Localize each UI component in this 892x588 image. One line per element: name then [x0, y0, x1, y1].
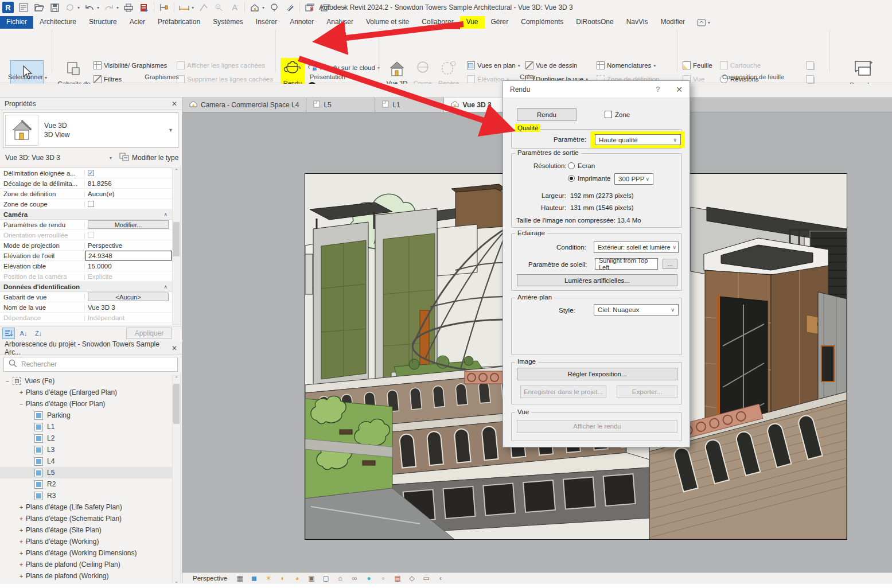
export-button[interactable]: Exporter...	[617, 385, 677, 398]
tree-item[interactable]: R3	[0, 490, 172, 501]
tree-item[interactable]: L2	[0, 433, 172, 444]
ribbon-tab-structure[interactable]: Structure	[83, 16, 123, 29]
pin-measure-icon[interactable]	[158, 2, 170, 13]
dialog-help-icon[interactable]: ?	[656, 85, 660, 94]
expand-plus-icon[interactable]: +	[18, 550, 24, 556]
save-icon[interactable]	[49, 2, 60, 13]
type-dropdown-caret[interactable]: ▼	[168, 127, 173, 133]
locked-orientation-icon[interactable]: ⌂	[336, 574, 345, 582]
crop-visibility-icon[interactable]: ▢	[321, 574, 330, 582]
bg-style-dropdown[interactable]: Ciel: Nuageux∨	[594, 304, 679, 316]
crop-view-icon[interactable]: ▣	[307, 574, 316, 582]
properties-scrollbar[interactable]: ⌃	[172, 168, 181, 325]
tree-item[interactable]: +Plans de plafond (Working)	[0, 570, 172, 582]
thin-lines-icon[interactable]	[284, 2, 295, 13]
sun-setting-value[interactable]: Sunlight from Top Left	[595, 258, 658, 270]
view-tab-l5[interactable]: L5	[306, 98, 375, 112]
tree-item[interactable]: −Plans d'étage (Floor Plan)	[0, 398, 172, 410]
expand-plus-icon[interactable]: +	[18, 573, 24, 579]
browser-search-input[interactable]: Rechercher	[3, 357, 178, 372]
collapse-minus-icon[interactable]: −	[18, 400, 24, 407]
view-tab-l1[interactable]: L1	[375, 98, 444, 112]
property-row[interactable]: Nom de la vueVue 3D 3	[0, 302, 172, 313]
resolution-screen-radio[interactable]	[568, 162, 575, 169]
checkbox-icon[interactable]	[88, 201, 94, 207]
properties-filter-icon[interactable]	[2, 328, 15, 339]
ribbon-tab-dirootsone[interactable]: DiRootsOne	[570, 16, 620, 29]
cascade-caret[interactable]: ▾	[333, 5, 335, 10]
revit-logo-icon[interactable]: R	[2, 2, 14, 13]
sun-path-icon[interactable]: ☀	[264, 574, 273, 582]
view-scale-label[interactable]: Perspective	[193, 575, 227, 582]
drafting-view-item[interactable]: Vue de dessin	[525, 61, 577, 69]
checkbox-checked-icon[interactable]: ✓	[88, 170, 94, 176]
sort-za-icon[interactable]: Z↓	[32, 328, 45, 339]
displacement-icon[interactable]: ▤	[393, 574, 402, 582]
view-selector-combo[interactable]: Vue 3D: Vue 3D 3▾	[2, 152, 115, 163]
tree-item[interactable]: +Plans d'étage (Life Safety Plan)	[0, 501, 172, 513]
ribbon-tab-acier[interactable]: Acier	[123, 16, 151, 29]
property-row[interactable]: Mode de projectionPerspective	[0, 240, 172, 251]
dimension-icon[interactable]	[178, 2, 190, 13]
ribbon-tab-analyser[interactable]: Analyser	[320, 16, 360, 29]
render-in-cloud-item[interactable]: Rendu sur le cloud▾	[307, 63, 380, 72]
property-value[interactable]: Indépendant	[85, 313, 172, 322]
ribbon-tab-collaborer[interactable]: Collaborer	[415, 16, 459, 29]
property-value[interactable]: 81.8256	[85, 178, 172, 188]
tag-icon[interactable]: 1	[213, 2, 225, 13]
tree-item[interactable]: +Plans d'étage (Working Dimensions)	[0, 547, 172, 559]
shadows-icon[interactable]: ◐	[278, 574, 287, 582]
tree-item[interactable]: L1	[0, 421, 172, 433]
property-row[interactable]: Paramètres de renduModifier...	[0, 220, 172, 230]
property-row[interactable]: Elévation de l'oeil24.9348	[0, 251, 172, 261]
analytical-icon[interactable]: ◇	[407, 574, 416, 582]
open-icon[interactable]	[33, 2, 45, 13]
show-render-button[interactable]: Afficher le rendu	[517, 420, 677, 433]
export-doc-icon[interactable]	[138, 2, 150, 13]
dialog-close-icon[interactable]: ✕	[676, 85, 683, 94]
tree-item[interactable]: L5	[0, 467, 172, 478]
property-value[interactable]: <Aucun>	[85, 292, 172, 302]
constraints-icon[interactable]: ▭	[422, 574, 431, 582]
property-row[interactable]: Gabarit de vue<Aucun>	[0, 292, 172, 302]
cascade-windows-icon[interactable]	[320, 2, 331, 13]
expand-plus-icon[interactable]: +	[18, 504, 24, 511]
tree-item[interactable]: +Plans d'étage (Enlarged Plan)	[0, 387, 172, 398]
type-selector[interactable]: Vue 3D 3D View ▼	[3, 112, 178, 148]
render-dialog-icon[interactable]: ◕	[293, 574, 302, 582]
sync-icon[interactable]	[64, 2, 76, 13]
property-value-button[interactable]: Modifier...	[88, 220, 169, 229]
property-row[interactable]: Zone de coupe	[0, 199, 172, 209]
browser-scrollbar[interactable]: ⌃⌄	[172, 375, 181, 585]
expand-plus-icon[interactable]: +	[18, 389, 24, 396]
expand-plus-icon[interactable]: +	[18, 515, 24, 522]
show-hidden-lines-item[interactable]: Afficher les lignes cachées	[177, 61, 265, 69]
tree-item[interactable]: −Vues (Fe)	[0, 375, 172, 387]
tree-item[interactable]: +Plans d'étage (Working)	[0, 536, 172, 547]
resolution-printer-radio[interactable]	[568, 175, 575, 182]
expand-plus-icon[interactable]: +	[18, 538, 24, 545]
property-value[interactable]: ✓	[85, 168, 172, 178]
customize-qat-icon[interactable]: ▾	[339, 2, 350, 13]
tree-item[interactable]: L3	[0, 444, 172, 455]
titleblock-item[interactable]: Cartouche	[720, 61, 761, 69]
selection-box-icon[interactable]: ▫	[379, 574, 388, 582]
plan-views-item[interactable]: Vues en plan▾	[467, 61, 520, 69]
quality-setting-dropdown[interactable]: Haute qualité∨	[595, 134, 681, 145]
ribbon-tab-syst-mes[interactable]: Systèmes	[207, 16, 250, 29]
redo-icon[interactable]	[103, 2, 115, 13]
redo-caret[interactable]: ▾	[116, 5, 119, 10]
dimension-caret[interactable]: ▾	[192, 5, 194, 10]
zone-checkbox[interactable]	[605, 111, 612, 118]
sheet-item[interactable]: Feuille	[683, 61, 712, 69]
property-value[interactable]: Vue 3D 3	[85, 302, 172, 312]
property-value[interactable]: 15.0000	[85, 261, 172, 271]
reveal-hidden-icon[interactable]: ∞	[350, 574, 359, 582]
ribbon-tab-navvis[interactable]: NavVis	[620, 16, 655, 29]
tree-item[interactable]: L4	[0, 455, 172, 467]
property-row[interactable]: Délimitation éloignée a...✓	[0, 168, 172, 178]
scale-icon[interactable]: ▦	[235, 574, 244, 582]
close-hidden-windows-icon[interactable]	[304, 2, 315, 13]
edit-type-button[interactable]: Modifier le type	[119, 153, 178, 163]
tree-item[interactable]: +Plans d'étage (Site Plan)	[0, 524, 172, 536]
